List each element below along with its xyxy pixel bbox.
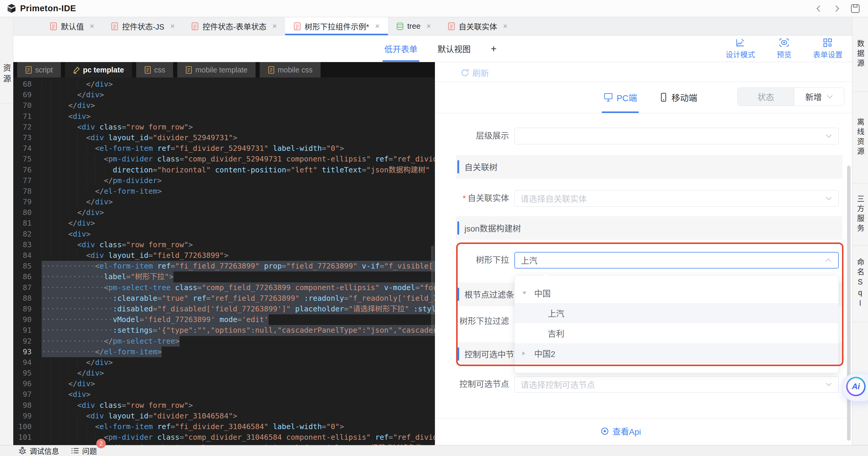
tree-select-input[interactable]: 上汽 — [514, 252, 839, 268]
tree-option[interactable]: 中国2 — [515, 343, 838, 364]
sidebar-item-resources[interactable]: 资源 — [1, 64, 12, 85]
nav-back-icon[interactable] — [814, 4, 824, 13]
code-line[interactable]: 92··············</pm-select-tree> — [13, 336, 435, 347]
code-line[interactable]: 71 <div> — [13, 111, 435, 122]
code-line[interactable]: 98 <div class="row form_row"> — [13, 400, 435, 411]
code-line[interactable]: 77 </pm-divider> — [13, 175, 435, 186]
code-line[interactable]: 86··············label="树形下拉"> — [13, 272, 435, 282]
code-line[interactable]: 80 </div> — [13, 207, 435, 218]
view-tab[interactable]: 默认视图 — [436, 35, 472, 62]
view-tab[interactable]: 低开表单 — [382, 35, 419, 62]
code-line[interactable]: 88················:clearable="true" ref=… — [13, 293, 435, 304]
line-number: 99 — [13, 411, 32, 421]
tree-option-label: 吉利 — [548, 327, 564, 339]
code-line[interactable]: 79 </div> — [13, 197, 435, 207]
code-line[interactable]: 83 <div class="row form_row"> — [13, 239, 435, 250]
editor-tab-pc-template[interactable]: pc template — [65, 62, 132, 78]
line-number: 94 — [13, 357, 32, 368]
tree-option[interactable]: 中国 — [515, 283, 838, 303]
close-icon[interactable]: × — [426, 22, 431, 31]
close-icon[interactable]: × — [90, 22, 94, 31]
editor-tab-mobile-css[interactable]: mobile css — [260, 62, 320, 78]
line-number: 91 — [13, 325, 32, 336]
code-line[interactable]: 78 </el-form-item> — [13, 186, 435, 197]
editor-scrollbar[interactable] — [431, 246, 434, 334]
view-api-link[interactable]: 查看Api — [601, 425, 641, 437]
design-mode-button[interactable]: 设计模式 — [725, 38, 756, 59]
code-line[interactable]: 90················vModel='field_77263899… — [13, 314, 435, 325]
code-line[interactable]: 89················:disabled="f_disabled[… — [13, 304, 435, 314]
code-line[interactable]: 97 <div> — [13, 389, 435, 400]
code-line[interactable]: 101 <pm-divider class="comp_divider_3104… — [13, 432, 435, 443]
code-line[interactable]: 84 <div layout_id="field_77263899"> — [13, 250, 435, 261]
sidebar-item-三方服务[interactable]: 三方服务 — [852, 183, 868, 246]
selectable-node-select[interactable]: 请选择控制可选节点 — [514, 376, 839, 393]
code-line[interactable]: 96 </div> — [13, 378, 435, 389]
code-line[interactable]: 99 <div layout_id="divider_31046584"> — [13, 411, 435, 421]
editor-tab-mobile-template[interactable]: mobile template — [177, 62, 255, 78]
document-tab[interactable]: 默认值× — [41, 17, 102, 35]
problems-button[interactable]: 问题 2 — [71, 445, 97, 456]
preview-button[interactable]: 预览 — [769, 38, 800, 59]
sidebar-item-离线资源[interactable]: 离线资源 — [852, 92, 868, 183]
document-tab[interactable]: 控件状态-表单状态× — [183, 17, 285, 35]
editor-tab-script[interactable]: script — [17, 62, 61, 78]
caret-down-icon[interactable] — [522, 292, 534, 294]
caret-right-icon[interactable] — [522, 351, 534, 355]
editor-tab-label: script — [35, 66, 53, 74]
code-line[interactable]: 74 <el-form-item ref="fi_divider_5294973… — [13, 143, 435, 154]
code-line[interactable]: 70 </div> — [13, 100, 435, 111]
code-line[interactable]: 91················:settings='{"type":"",… — [13, 325, 435, 336]
tab-mobile[interactable]: 移动端 — [659, 82, 697, 113]
field-label-tree-select: 树形下拉 — [435, 252, 509, 268]
action-label: 预览 — [777, 49, 792, 59]
code-line[interactable]: 73 <div layout_id="divider_52949731"> — [13, 133, 435, 143]
document-tab[interactable]: tree× — [388, 17, 439, 35]
tab-pc[interactable]: PC端 — [603, 82, 637, 113]
document-tab[interactable]: 树形下拉组件示例*× — [285, 17, 388, 35]
code-line[interactable]: 81 </div> — [13, 218, 435, 229]
self-entity-select[interactable]: 请选择自关联实体 — [514, 190, 839, 207]
sidebar-item-数据源[interactable]: 数据源 — [852, 17, 868, 92]
nav-forward-icon[interactable] — [832, 4, 842, 13]
code-line[interactable]: 72 <div class="row form_row"> — [13, 122, 435, 133]
ai-assistant-button[interactable]: Ai — [842, 373, 868, 402]
document-tab[interactable]: 控件状态-JS× — [102, 17, 183, 35]
tree-option[interactable]: 吉利 — [515, 323, 838, 343]
tree-option[interactable]: 上汽 — [515, 303, 838, 323]
code-line[interactable]: 100 <el-form-item ref="fi_divider_310465… — [13, 421, 435, 432]
debug-info-button[interactable]: 调试信息 — [18, 445, 59, 456]
line-number: 100 — [13, 421, 32, 432]
close-icon[interactable]: × — [375, 22, 379, 31]
statusbar: 调试信息 问题 2 — [0, 445, 868, 456]
state-value-dropdown[interactable]: 新增 — [794, 88, 844, 106]
code-line[interactable]: 68 </div> — [13, 79, 435, 90]
db-icon — [396, 22, 404, 30]
code-line[interactable]: 85············<el-form-item ref="fi_fiel… — [13, 261, 435, 272]
editor-file-tab-bar: scriptpc templatecssmobile templatemobil… — [13, 62, 435, 78]
form-settings-button[interactable]: 表单设置 — [812, 38, 843, 59]
tree-option-label: 中国 — [534, 287, 551, 299]
close-icon[interactable]: × — [272, 22, 277, 31]
sidebar-item-命名Sql[interactable]: 命名Sql — [852, 246, 868, 322]
editor-tab-css[interactable]: css — [136, 62, 174, 78]
code-line[interactable]: 87··············<pm-select-tree class="c… — [13, 282, 435, 293]
code-line[interactable]: 76 direction="horizontal" content-positi… — [13, 165, 435, 175]
code-line[interactable]: 93············</el-form-item> — [13, 347, 435, 357]
refresh-button[interactable]: 刷新 — [461, 67, 489, 79]
code-line[interactable]: 94 </div> — [13, 357, 435, 368]
code-line[interactable]: 82 <div> — [13, 229, 435, 239]
line-number: 73 — [13, 133, 32, 143]
code-line[interactable]: 69 </div> — [13, 90, 435, 100]
code-line[interactable]: 75 <pm-divider class="comp_divider_52949… — [13, 154, 435, 164]
hierarchy-select[interactable] — [514, 128, 839, 144]
save-icon[interactable] — [850, 4, 860, 13]
document-tab[interactable]: 自关联实体× — [439, 17, 516, 35]
line-number: 78 — [13, 186, 32, 197]
close-icon[interactable]: × — [170, 22, 175, 31]
code-lines[interactable]: 68 </div>69 </div>70 </div>71 <div>72 <d… — [13, 78, 435, 445]
close-icon[interactable]: × — [503, 22, 507, 31]
code-line[interactable]: 95 </div> — [13, 368, 435, 378]
add-view-button[interactable]: + — [489, 35, 498, 62]
code-line[interactable]: 102 direction="horizontal" content-posit… — [13, 443, 435, 445]
